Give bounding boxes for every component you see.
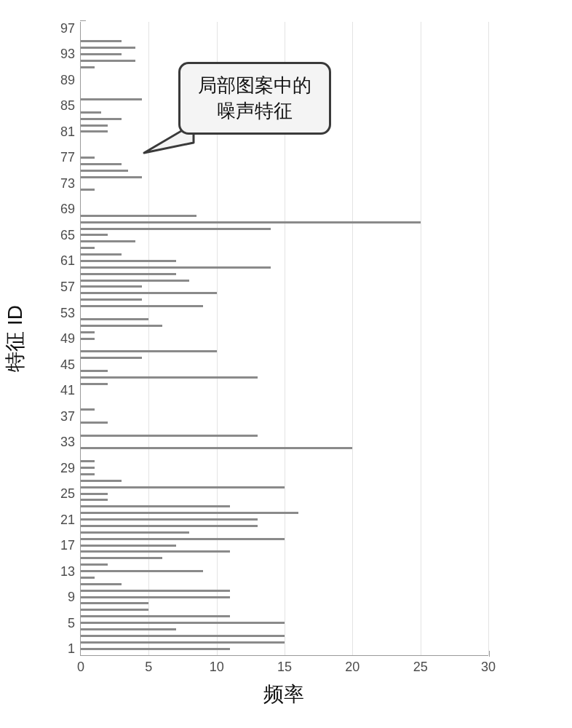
gridline <box>352 22 353 655</box>
bar <box>81 648 230 650</box>
bar <box>81 512 298 514</box>
bar <box>81 338 95 340</box>
y-tick-label: 81 <box>60 124 75 139</box>
y-tick-label: 49 <box>60 331 75 347</box>
bar <box>81 422 108 424</box>
y-tick-label: 29 <box>60 460 75 475</box>
bar <box>81 635 285 637</box>
y-tick-label: 33 <box>60 435 75 450</box>
chart-root: 特征 ID 0510152025301591317212529333741454… <box>0 0 572 728</box>
bar <box>81 408 95 411</box>
y-tick-label: 77 <box>60 150 75 165</box>
bar <box>81 596 230 598</box>
bar <box>81 505 230 507</box>
y-tick-label: 5 <box>68 615 75 630</box>
y-tick-label: 89 <box>60 72 75 87</box>
bar <box>81 467 95 469</box>
bar <box>81 370 108 372</box>
annotation-callout: 局部图案中的 噪声特征 <box>178 62 331 135</box>
bar <box>81 280 189 282</box>
bar <box>81 124 108 127</box>
bar <box>81 325 162 327</box>
bar <box>81 518 258 521</box>
bar <box>81 350 217 352</box>
y-tick-label: 21 <box>60 512 75 527</box>
bar <box>81 563 108 566</box>
bar <box>81 383 108 385</box>
bar <box>81 305 203 307</box>
y-tick-label: 13 <box>60 563 75 579</box>
bar <box>81 570 203 572</box>
y-tick-label: 97 <box>60 20 75 36</box>
bar <box>81 590 230 592</box>
bar <box>81 557 162 559</box>
bar <box>81 473 95 475</box>
bar <box>81 298 142 301</box>
bar <box>81 486 285 488</box>
bar <box>81 53 122 55</box>
bar <box>81 98 142 100</box>
y-axis-title: 特征 ID <box>4 22 27 655</box>
y-tick-label: 69 <box>60 202 75 217</box>
bar <box>81 163 122 165</box>
y-tick-label: 1 <box>68 641 75 657</box>
y-tick-label: 65 <box>60 227 75 242</box>
y-tick-label: 45 <box>60 357 75 372</box>
bar <box>81 247 95 249</box>
bar <box>81 499 108 501</box>
bar <box>81 641 285 644</box>
x-tick-label: 5 <box>145 660 152 675</box>
bar <box>81 493 108 495</box>
annotation-line1: 局部图案中的 <box>198 74 311 96</box>
bar <box>81 480 122 482</box>
bar <box>81 447 352 449</box>
bar <box>81 285 142 288</box>
y-tick-label: 85 <box>60 98 75 114</box>
bar <box>81 273 176 275</box>
bar <box>81 157 95 159</box>
bar <box>81 531 189 534</box>
bar <box>81 545 176 547</box>
bar <box>81 376 258 379</box>
y-tick-label: 93 <box>60 47 75 62</box>
x-tick-label: 30 <box>481 660 496 675</box>
bar <box>81 47 135 49</box>
bar <box>81 260 176 262</box>
bar <box>81 550 230 553</box>
x-tick-label: 10 <box>210 660 224 675</box>
y-tick-label: 25 <box>60 486 75 502</box>
bar <box>81 357 142 359</box>
y-tick-label: 17 <box>60 538 75 553</box>
x-tick-label: 25 <box>413 660 428 675</box>
bar <box>81 331 95 333</box>
bar <box>81 583 122 585</box>
bar <box>81 240 135 242</box>
x-axis-title: 频率 <box>80 681 488 708</box>
x-tick-label: 0 <box>77 660 84 675</box>
bar <box>81 228 271 230</box>
gridline <box>488 22 489 655</box>
x-tick-label: 15 <box>277 660 292 675</box>
bar <box>81 215 196 217</box>
y-tick-label: 73 <box>60 175 75 191</box>
bar <box>81 609 148 611</box>
y-tick-label: 53 <box>60 305 75 320</box>
gridline <box>421 22 421 655</box>
bar <box>81 525 258 527</box>
y-tick-label: 37 <box>60 408 75 424</box>
bar <box>81 40 122 42</box>
bar <box>81 318 148 320</box>
bar <box>81 130 108 132</box>
bar <box>81 615 230 617</box>
y-tick-label: 57 <box>60 279 75 294</box>
bar <box>81 176 142 178</box>
bar <box>81 435 258 437</box>
bar <box>81 266 271 269</box>
bar <box>81 577 95 579</box>
bar <box>81 622 285 624</box>
bar <box>81 189 95 191</box>
bar <box>81 221 421 223</box>
gridline <box>148 22 149 655</box>
x-tick-label: 20 <box>345 660 360 675</box>
bar <box>81 628 176 630</box>
